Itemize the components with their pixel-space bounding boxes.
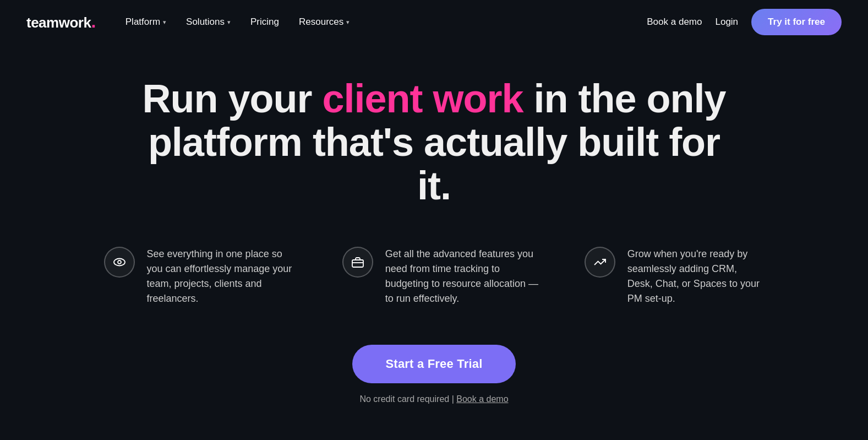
- trending-up-icon-container: [585, 247, 615, 278]
- chevron-down-icon: ▾: [227, 19, 231, 26]
- briefcase-icon-container: [342, 247, 373, 278]
- logo-text: teamwork: [26, 14, 91, 31]
- eye-icon: [113, 256, 126, 269]
- hero-title-part1: Run your: [142, 77, 322, 121]
- feature-advanced: Get all the advanced features you need f…: [342, 247, 541, 306]
- cta-section: Start a Free Trial No credit card requir…: [0, 339, 868, 426]
- nav-resources-label: Resources: [299, 17, 343, 28]
- feature-grow: Grow when you're ready by seamlessly add…: [585, 247, 765, 306]
- navbar: teamwork. Platform ▾ Solutions ▾ Pricing: [0, 0, 868, 44]
- nav-item-platform[interactable]: Platform ▾: [118, 12, 174, 32]
- trending-up-icon: [593, 256, 607, 269]
- nav-pricing-label: Pricing: [250, 17, 279, 28]
- book-demo-link[interactable]: Book a demo: [647, 17, 702, 28]
- nav-links: Platform ▾ Solutions ▾ Pricing Resources…: [118, 12, 357, 32]
- svg-point-0: [114, 258, 125, 265]
- login-link[interactable]: Login: [715, 17, 738, 28]
- try-free-button[interactable]: Try it for free: [751, 9, 842, 35]
- logo[interactable]: teamwork.: [26, 13, 96, 31]
- chevron-down-icon: ▾: [346, 19, 350, 26]
- logo-dot: .: [91, 13, 95, 30]
- svg-point-1: [118, 260, 121, 264]
- cta-book-demo-link[interactable]: Book a demo: [456, 394, 508, 404]
- feature-visibility-text: See everything in one place so you can e…: [147, 247, 298, 306]
- features-row: See everything in one place so you can e…: [49, 208, 820, 339]
- nav-right: Book a demo Login Try it for free: [647, 9, 842, 35]
- feature-grow-text: Grow when you're ready by seamlessly add…: [627, 247, 765, 306]
- cta-subtext: No credit card required | Book a demo: [359, 394, 508, 404]
- nav-item-solutions[interactable]: Solutions ▾: [178, 12, 238, 32]
- hero-title: Run your client work in the only platfor…: [132, 77, 737, 208]
- feature-visibility: See everything in one place so you can e…: [104, 247, 298, 306]
- nav-solutions-label: Solutions: [186, 17, 225, 28]
- start-trial-button[interactable]: Start a Free Trial: [352, 345, 515, 383]
- hero-section: Run your client work in the only platfor…: [0, 44, 868, 208]
- feature-advanced-text: Get all the advanced features you need f…: [385, 247, 541, 306]
- eye-icon-container: [104, 247, 135, 278]
- nav-platform-label: Platform: [125, 17, 160, 28]
- svg-rect-2: [352, 260, 363, 267]
- chevron-down-icon: ▾: [163, 19, 166, 26]
- hero-title-highlight: client work: [322, 77, 523, 121]
- nav-item-resources[interactable]: Resources ▾: [291, 12, 357, 32]
- briefcase-icon: [351, 256, 364, 269]
- nav-item-pricing[interactable]: Pricing: [243, 12, 287, 32]
- cta-subtext-text: No credit card required |: [359, 394, 456, 404]
